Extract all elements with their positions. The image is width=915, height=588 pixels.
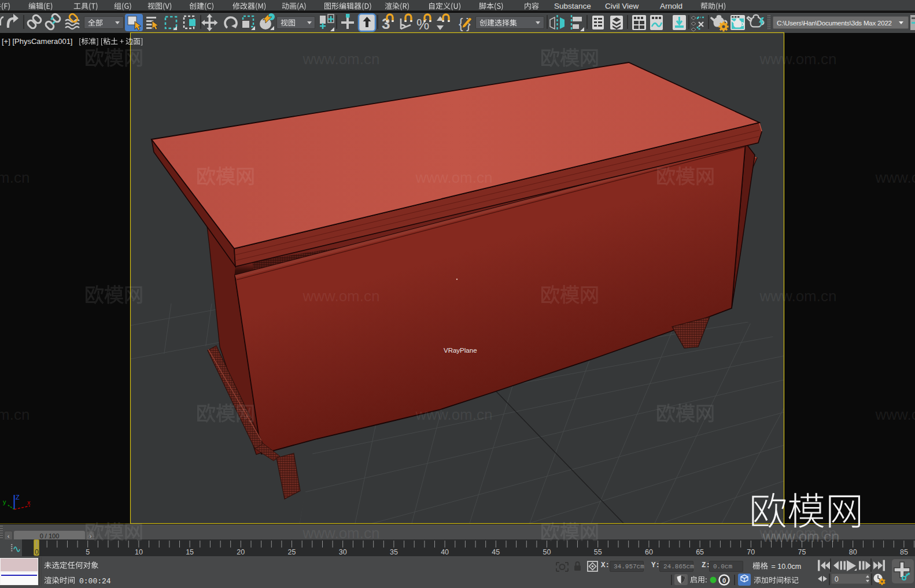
svg-text:0: 0 [835, 575, 839, 583]
svg-text:0: 0 [722, 577, 726, 584]
